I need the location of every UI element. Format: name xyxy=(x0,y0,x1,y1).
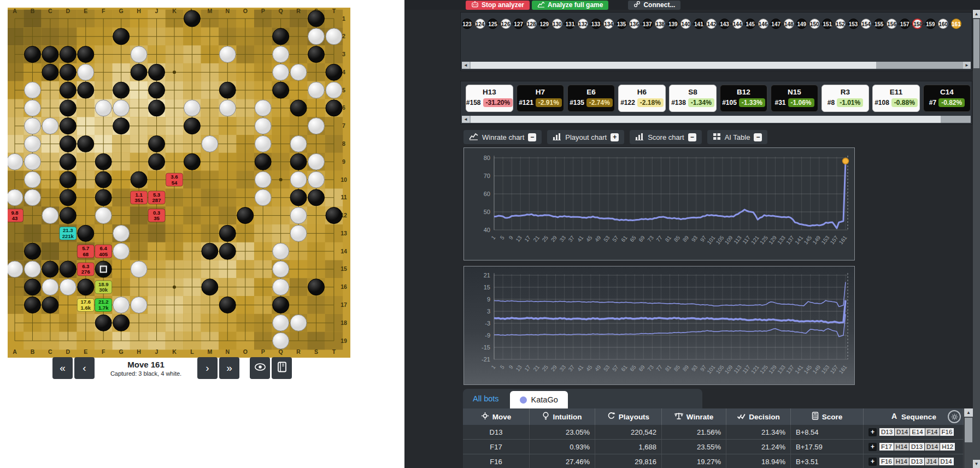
move-bubble-142[interactable]: 142 xyxy=(706,19,717,29)
column-header-decision[interactable]: Decision xyxy=(726,408,791,425)
move-bubble-145[interactable]: 145 xyxy=(745,19,755,29)
expand-sequence-button[interactable]: + xyxy=(868,443,877,451)
move-bubble-136[interactable]: 136 xyxy=(629,19,639,29)
move-bubble-146[interactable]: 146 xyxy=(758,19,768,29)
column-header-winrate[interactable]: Winrate xyxy=(662,408,726,425)
last-move-button[interactable]: » xyxy=(219,357,239,379)
score-chart-svg[interactable]: 211593-3-9-15-21159131721252933374145495… xyxy=(464,266,854,384)
scroll-left-icon[interactable]: ◄ xyxy=(462,116,470,123)
move-bubble-150[interactable]: 150 xyxy=(809,19,820,29)
move-bubble-153[interactable]: 153 xyxy=(848,19,859,29)
analysis-badge-J12[interactable]: 0.335 xyxy=(148,209,165,222)
previous-move-button[interactable]: ‹ xyxy=(74,357,95,379)
move-bubble-124[interactable]: 124 xyxy=(475,19,485,29)
move-bubble-137[interactable]: 137 xyxy=(642,19,653,29)
move-strip-scrollbar[interactable]: ◄ ► xyxy=(462,62,971,69)
go-board-svg[interactable]: AABBCCDDEEFFGGHHJJKKLLMMNNOOPPQQRRSSTT12… xyxy=(8,8,350,358)
scrollbar-thumb[interactable] xyxy=(965,418,972,442)
candidate-card-H6[interactable]: H6#122-2.18% xyxy=(618,85,666,112)
move-bubble-154[interactable]: 154 xyxy=(861,19,871,29)
candidate-card-H7[interactable]: H7#121-2.91% xyxy=(517,85,564,112)
candidate-card-R3[interactable]: R3#8-1.01% xyxy=(821,85,869,112)
move-bubble-160[interactable]: 160 xyxy=(938,19,948,29)
candidate-card-S8[interactable]: S8#138-1.34% xyxy=(669,85,717,112)
toggle-winrate-chart[interactable]: Winrate chart− xyxy=(463,130,542,144)
column-header-score[interactable]: Score xyxy=(791,408,864,425)
table-row-F16[interactable]: F1627.46%29,81619.27%18.94%B+3.51+F16H14… xyxy=(463,454,964,468)
move-bubble-155[interactable]: 155 xyxy=(874,19,884,29)
move-bubble-128[interactable]: 128 xyxy=(526,19,537,29)
scrollbar-thumb[interactable] xyxy=(471,62,876,69)
move-bubble-131[interactable]: 131 xyxy=(565,19,575,29)
move-bubble-129[interactable]: 129 xyxy=(539,19,549,29)
toggle-ai-table[interactable]: AI Table− xyxy=(707,130,768,144)
page-scrollbar[interactable]: ▲ ▼ xyxy=(973,10,980,468)
toggle-playout-chart[interactable]: Playout chart+ xyxy=(547,130,624,144)
collapse-icon[interactable]: − xyxy=(754,133,762,141)
table-row-D13[interactable]: D1323.05%220,54221.56%21.34%B+8.54+D13D1… xyxy=(463,425,964,440)
analysis-badge-D13[interactable]: 21.3221k xyxy=(60,227,77,240)
tab-all-bots[interactable]: All bots xyxy=(463,394,510,408)
analysis-badge-H11[interactable]: 1.1351 xyxy=(131,191,148,204)
analysis-badge-F16[interactable]: 18.930k xyxy=(95,281,112,294)
move-bubble-157[interactable]: 157 xyxy=(900,19,910,29)
move-bubble-138[interactable]: 138 xyxy=(655,19,665,29)
analysis-badge-A12[interactable]: 9.843 xyxy=(8,209,24,222)
candidate-card-N15[interactable]: N15#31-1.06% xyxy=(771,85,818,112)
first-move-button[interactable]: « xyxy=(52,357,73,379)
move-bubble-134[interactable]: 134 xyxy=(603,19,614,29)
move-bubble-147[interactable]: 147 xyxy=(771,19,781,29)
move-bubble-132[interactable]: 132 xyxy=(578,19,588,29)
move-bubble-135[interactable]: 135 xyxy=(617,19,627,29)
candidate-card-C14[interactable]: C14#7-0.82% xyxy=(923,85,971,112)
move-bubble-127[interactable]: 127 xyxy=(513,19,524,29)
candidate-card-B12[interactable]: B12#105-1.33% xyxy=(720,85,767,112)
move-bubble-133[interactable]: 133 xyxy=(591,19,601,29)
tab-katago[interactable]: KataGo xyxy=(510,391,568,408)
move-bubble-123[interactable]: 123 xyxy=(462,19,472,29)
analysis-badge-K10[interactable]: 3.654 xyxy=(166,173,183,186)
column-header-move[interactable]: Move xyxy=(463,408,530,425)
winrate-chart-svg[interactable]: 4050607080159131721252933374145495357616… xyxy=(464,148,854,260)
table-scrollbar[interactable]: ▲ xyxy=(964,408,973,468)
analysis-badge-J11[interactable]: 5.3287 xyxy=(148,191,165,204)
toggle-score-chart[interactable]: Score chart− xyxy=(630,130,701,144)
move-bubble-143[interactable]: 143 xyxy=(719,19,730,29)
connect-button[interactable]: Connect... xyxy=(628,1,680,10)
move-bubble-159[interactable]: 159 xyxy=(925,19,936,29)
map-view-button[interactable] xyxy=(272,357,292,379)
scroll-down-icon[interactable]: ▼ xyxy=(973,460,980,468)
column-header-intuition[interactable]: Intuition xyxy=(530,408,595,425)
scrollbar-thumb[interactable] xyxy=(471,116,941,123)
collapse-icon[interactable]: − xyxy=(688,133,696,141)
move-bubble-156[interactable]: 156 xyxy=(887,19,897,29)
expand-sequence-button[interactable]: + xyxy=(868,458,877,466)
go-board[interactable]: AABBCCDDEEFFGGHHJJKKLLMMNNOOPPQQRRSSTT12… xyxy=(8,8,350,358)
analysis-badge-F14[interactable]: 6.4405 xyxy=(95,245,112,258)
column-header-playouts[interactable]: Playouts xyxy=(595,408,662,425)
move-bubble-139[interactable]: 139 xyxy=(668,19,678,29)
analysis-badge-E14[interactable]: 5.768 xyxy=(77,245,94,258)
table-row-F17[interactable]: F170.93%1,68823.55%21.24%B+17.59+F17H14D… xyxy=(463,440,964,454)
scroll-right-icon[interactable]: ► xyxy=(963,62,971,69)
candidate-card-H13[interactable]: H13#158-31.20% xyxy=(466,85,513,112)
expand-sequence-button[interactable]: + xyxy=(868,428,877,436)
move-bubble-141[interactable]: 141 xyxy=(694,19,704,29)
move-bubble-126[interactable]: 126 xyxy=(501,19,511,29)
expand-icon[interactable]: + xyxy=(611,133,619,141)
move-bubble-130[interactable]: 130 xyxy=(552,19,562,29)
table-settings-button[interactable] xyxy=(948,410,961,423)
next-move-button[interactable]: › xyxy=(197,357,218,379)
scroll-up-icon[interactable]: ▲ xyxy=(964,408,973,417)
move-bubble-161[interactable]: 161 xyxy=(951,19,961,29)
analyze-full-game-button[interactable]: Analyze full game xyxy=(532,1,608,10)
move-bubble-125[interactable]: 125 xyxy=(488,19,498,29)
move-bubble-151[interactable]: 151 xyxy=(822,19,832,29)
scroll-up-icon[interactable]: ▲ xyxy=(973,10,980,18)
analysis-badge-F17[interactable]: 21.21.7k xyxy=(95,298,112,311)
candidate-card-E6[interactable]: E6#135-2.74% xyxy=(567,85,615,112)
toggle-analysis-button[interactable] xyxy=(250,357,270,379)
collapse-icon[interactable]: − xyxy=(528,133,536,141)
move-bubble-152[interactable]: 152 xyxy=(835,19,846,29)
analysis-badge-E15[interactable]: 6.3276 xyxy=(77,263,94,276)
